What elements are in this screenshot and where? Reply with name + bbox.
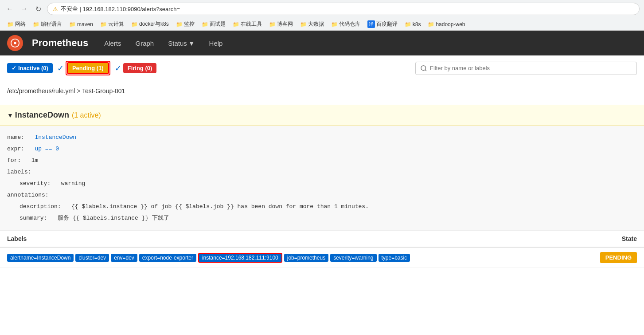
folder-icon: 📁	[428, 21, 434, 28]
state-badge: PENDING	[600, 252, 637, 263]
bookmark-百度翻译[interactable]: 译 百度翻译	[365, 20, 400, 29]
pending-filter-wrapper[interactable]: ✓ Pending (1)	[57, 61, 110, 75]
filter-search-box[interactable]	[415, 62, 637, 75]
for-val: 1m	[31, 157, 39, 164]
label-badge: job=prometheus	[284, 254, 328, 262]
firing-checkbox-icon: ✓	[115, 63, 121, 73]
folder-icon: 📁	[69, 21, 76, 28]
bookmark-docker与k8s[interactable]: 📁 docker与k8s	[129, 20, 172, 29]
reload-button[interactable]: ↻	[33, 4, 43, 14]
label-badge: type=basic	[379, 254, 410, 262]
bookmark-云计算[interactable]: 📁 云计算	[98, 20, 127, 29]
expr-key: expr:	[7, 146, 24, 152]
bookmarks-bar: 📁 网络 📁 编程语言 📁 maven 📁 云计算 📁 docker与k8s 📁…	[0, 18, 644, 31]
annotations-key: annotations:	[7, 192, 49, 198]
pending-badge-outer: Pending (1)	[66, 61, 110, 75]
expr-val: up == 0	[35, 146, 59, 152]
summary-key: summary:	[20, 215, 47, 221]
state-column-header: State	[574, 231, 644, 247]
firing-filter-wrapper[interactable]: ✓ Firing (0)	[115, 63, 157, 73]
bookmark-监控[interactable]: 📁 监控	[173, 20, 197, 29]
folder-icon: 📁	[131, 21, 138, 28]
summary-val: 服务 {{ $labels.instance }} 下线了	[58, 215, 169, 221]
folder-icon: 📁	[202, 21, 208, 28]
labels-cell: alertname=InstanceDowncluster=devenv=dev…	[0, 247, 574, 268]
alert-toggle-icon[interactable]: ▼	[7, 112, 13, 119]
labels-container: alertname=InstanceDowncluster=devenv=dev…	[7, 253, 567, 263]
folder-icon: 📁	[7, 21, 14, 28]
filter-row: ✓ Inactive (0) ✓ Pending (1) ✓ Firing (0…	[0, 55, 644, 81]
svg-point-1	[14, 42, 16, 44]
name-val: InstanceDown	[35, 134, 76, 141]
table-row: alertname=InstanceDowncluster=devenv=dev…	[0, 247, 644, 268]
address-bar[interactable]: ⚠ 不安全 | 192.168.182.110:9090/alerts?sear…	[47, 3, 640, 15]
breadcrumb: /etc/prometheus/rule.yml > Test-Group-00…	[0, 81, 644, 101]
folder-icon: 📁	[269, 21, 276, 28]
alert-section: ▼ InstanceDown (1 active) name: Instance…	[0, 105, 644, 268]
pending-label: Pending (1)	[72, 65, 104, 71]
label-badge: export=node-exporter	[139, 254, 196, 262]
inactive-filter-badge[interactable]: ✓ Inactive (0)	[7, 63, 53, 73]
search-input[interactable]	[430, 65, 632, 71]
folder-icon: 📁	[176, 21, 183, 28]
state-cell: PENDING	[574, 247, 644, 268]
folder-icon: 📁	[405, 21, 411, 28]
folder-icon: 📁	[331, 21, 338, 28]
bookmark-在线工具[interactable]: 📁 在线工具	[230, 20, 265, 29]
app-logo	[7, 35, 23, 51]
bookmark-网络[interactable]: 📁 网络	[4, 20, 28, 29]
url-text: 192.168.182.110:9090/alerts?search=	[83, 6, 180, 12]
security-warning-icon: ⚠	[53, 6, 58, 12]
alert-header: ▼ InstanceDown (1 active)	[0, 105, 644, 126]
inactive-label: Inactive (0)	[18, 65, 48, 71]
pending-checkbox-icon: ✓	[57, 63, 64, 73]
separator: |	[78, 6, 83, 12]
description-key: description:	[20, 203, 61, 210]
label-badge: instance=192.168.182.111:9100	[198, 253, 282, 263]
app-title: Prometheus	[32, 37, 88, 49]
pending-filter-badge[interactable]: Pending (1)	[67, 62, 109, 74]
folder-icon: 📁	[233, 21, 239, 28]
folder-icon: 📁	[100, 21, 107, 28]
severity-key: severity:	[20, 180, 51, 187]
folder-icon: 📁	[33, 21, 39, 28]
label-badge: cluster=dev	[75, 254, 109, 262]
browser-chrome: ← → ↻ ⚠ 不安全 | 192.168.182.110:9090/alert…	[0, 0, 644, 18]
bookmark-maven[interactable]: 📁 maven	[66, 20, 96, 28]
security-text: 不安全	[61, 5, 78, 13]
firing-label: Firing (0)	[128, 65, 152, 71]
alerts-table: Labels State alertname=InstanceDownclust…	[0, 231, 644, 268]
svg-point-2	[421, 66, 426, 71]
alert-name: InstanceDown	[15, 110, 69, 120]
app-navbar: Prometheus Alerts Graph Status ▼ Help	[0, 31, 644, 55]
bookmark-hadoop-web[interactable]: 📁 hadoop-web	[425, 20, 468, 28]
label-badge: env=dev	[111, 254, 137, 262]
bookmark-大数据[interactable]: 📁 大数据	[297, 20, 327, 29]
alerts-nav-link[interactable]: Alerts	[101, 38, 124, 49]
breadcrumb-text: /etc/prometheus/rule.yml > Test-Group-00…	[7, 87, 125, 95]
translate-icon: 译	[367, 20, 375, 28]
bookmark-编程语言[interactable]: 📁 编程语言	[30, 20, 65, 29]
bookmark-面试题[interactable]: 📁 面试题	[199, 20, 228, 29]
rule-detail: name: InstanceDown expr: up == 0 for: 1m…	[0, 126, 644, 231]
label-badge: severity=warning	[330, 254, 376, 262]
bookmark-代码仓库[interactable]: 📁 代码仓库	[328, 20, 363, 29]
bookmark-博客网[interactable]: 📁 博客网	[266, 20, 296, 29]
label-badge: alertname=InstanceDown	[7, 254, 74, 262]
folder-icon: 📁	[300, 21, 307, 28]
for-key: for:	[7, 157, 21, 164]
graph-nav-link[interactable]: Graph	[133, 38, 157, 49]
alert-count: (1 active)	[72, 111, 101, 119]
firing-filter-badge[interactable]: Firing (0)	[123, 63, 157, 73]
name-key: name:	[7, 134, 24, 141]
inactive-checkbox-icon: ✓	[12, 65, 16, 71]
severity-val: warning	[61, 180, 86, 187]
labels-column-header: Labels	[0, 231, 574, 247]
status-nav-dropdown[interactable]: Status ▼	[165, 38, 197, 49]
bookmark-k8s[interactable]: 📁 k8s	[402, 20, 424, 28]
table-header-row: Labels State	[0, 231, 644, 247]
help-nav-link[interactable]: Help	[207, 38, 226, 49]
description-val: {{ $labels.instance }} of job {{ $labels…	[71, 203, 369, 210]
forward-button[interactable]: →	[19, 4, 29, 14]
back-button[interactable]: ←	[4, 4, 15, 14]
